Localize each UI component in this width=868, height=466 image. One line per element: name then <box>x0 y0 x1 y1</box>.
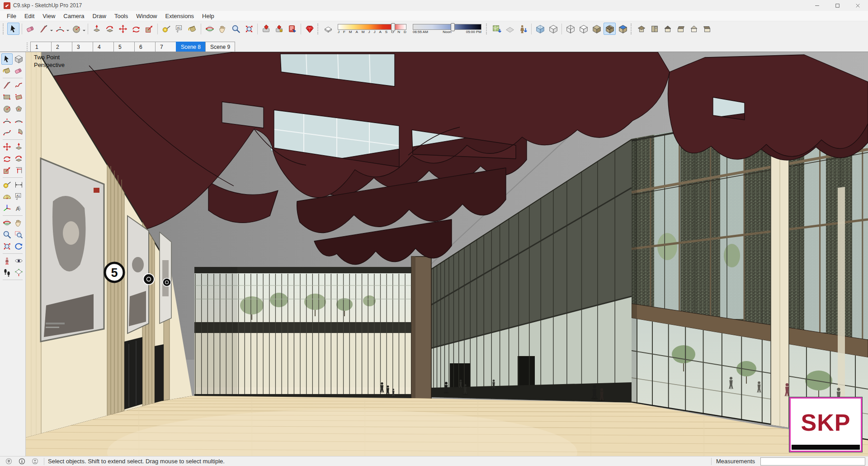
tool-rotated-rectangle-button[interactable] <box>13 91 24 103</box>
circle-button[interactable] <box>70 23 82 35</box>
scene-tab-4[interactable]: 4 <box>93 42 114 52</box>
status-info-button[interactable] <box>17 457 26 466</box>
select-button[interactable] <box>7 23 19 35</box>
text-button[interactable]: A1 <box>173 23 185 35</box>
tool-zoom-extents-button[interactable] <box>1 241 13 252</box>
tool-follow-me-button[interactable] <box>13 153 24 164</box>
toolbar-grip[interactable] <box>486 24 488 34</box>
dropdown-arrow-icon[interactable] <box>66 30 69 33</box>
tool-make-component-button[interactable] <box>13 53 24 65</box>
ruby-face-button[interactable] <box>273 23 285 35</box>
line-button[interactable] <box>38 23 50 35</box>
scale-button[interactable] <box>143 23 155 35</box>
scene-tab-scene-9[interactable]: Scene 9 <box>205 42 235 52</box>
scene-tab-5[interactable]: 5 <box>113 42 135 52</box>
follow-me-button[interactable] <box>104 23 116 35</box>
hidden-line-button[interactable] <box>577 23 590 35</box>
rotate-button[interactable] <box>130 23 142 35</box>
tool-paint-bucket-button[interactable] <box>1 65 13 76</box>
scene-tab-scene-8[interactable]: Scene 8 <box>176 42 206 52</box>
tool-dimension-button[interactable] <box>13 179 24 190</box>
view-front-button[interactable] <box>661 23 674 35</box>
tool-arc-button[interactable] <box>1 115 13 126</box>
tool-two-point-arc-button[interactable] <box>13 115 24 126</box>
dropdown-arrow-icon[interactable] <box>83 30 85 33</box>
orbit-button[interactable] <box>203 23 216 35</box>
tool-text-button[interactable]: A1 <box>13 191 24 202</box>
tool-select-button[interactable] <box>1 53 13 65</box>
scene-tab-3[interactable]: 3 <box>72 42 93 52</box>
tool-axes-button[interactable] <box>1 203 13 214</box>
view-right-button[interactable] <box>675 23 687 35</box>
tool-freehand-button[interactable] <box>13 80 24 91</box>
tool-3d-text-button[interactable]: AA <box>13 203 24 214</box>
status-geolocation-button[interactable] <box>4 457 13 466</box>
x-ray-button[interactable] <box>534 23 546 35</box>
tool-eraser-button[interactable] <box>13 65 24 76</box>
tool-tape-measure-button[interactable] <box>1 179 13 190</box>
paint-bucket-button[interactable] <box>186 23 198 35</box>
shaded-button[interactable] <box>590 23 603 35</box>
shaded-textures-button[interactable] <box>604 23 616 35</box>
tool-push-pull-button[interactable] <box>13 141 24 152</box>
tool-walk-button[interactable] <box>1 267 13 278</box>
measurements-input[interactable] <box>760 457 865 466</box>
tool-line-button[interactable] <box>1 80 13 91</box>
tool-orbit-button[interactable] <box>1 217 13 228</box>
view-left-button[interactable] <box>701 23 713 35</box>
menu-camera[interactable]: Camera <box>59 12 88 20</box>
tool-zoom-window-button[interactable] <box>13 229 24 240</box>
push-pull-button[interactable] <box>90 23 103 35</box>
tool-pie-button[interactable] <box>13 127 24 138</box>
view-back-button[interactable] <box>688 23 700 35</box>
tool-offset-button[interactable] <box>13 165 24 176</box>
menu-extensions[interactable]: Extensions <box>161 12 198 20</box>
toolbar-grip[interactable] <box>631 24 632 34</box>
tool-previous-view-button[interactable] <box>13 241 24 252</box>
menu-tools[interactable]: Tools <box>110 12 132 20</box>
shadow-settings-button[interactable] <box>322 23 334 35</box>
menu-draw[interactable]: Draw <box>89 12 110 20</box>
status-user-button[interactable] <box>30 457 39 466</box>
tape-measure-button[interactable] <box>160 23 172 35</box>
monochrome-button[interactable] <box>617 23 629 35</box>
scene-tab-1[interactable]: 1 <box>30 42 52 52</box>
shadow-date-slider[interactable]: JFMAMJJASOND <box>338 24 406 34</box>
tool-circle-button[interactable] <box>1 103 13 114</box>
add-location-button[interactable] <box>491 23 503 35</box>
dropdown-arrow-icon[interactable] <box>50 30 53 33</box>
pan-button[interactable] <box>217 23 229 35</box>
toolbar-grip[interactable] <box>317 24 319 34</box>
zoom-button[interactable] <box>230 23 242 35</box>
toggle-terrain-button[interactable] <box>504 23 516 35</box>
ruby-red-button[interactable] <box>260 23 272 35</box>
back-edges-button[interactable] <box>547 23 559 35</box>
tool-three-point-arc-button[interactable] <box>1 127 13 138</box>
tabs-grip[interactable] <box>27 43 28 51</box>
wireframe-button[interactable] <box>564 23 576 35</box>
tool-scale-button[interactable] <box>1 165 13 176</box>
scene-tab-7[interactable]: 7 <box>155 42 176 52</box>
photo-textures-button[interactable] <box>517 23 529 35</box>
tool-pan-button[interactable] <box>13 217 24 228</box>
scene-tab-2[interactable]: 2 <box>51 42 72 52</box>
move-button[interactable] <box>117 23 129 35</box>
shadow-time-slider[interactable]: 06:55 AMNoon05:00 PM <box>413 24 481 34</box>
tool-section-plane-button[interactable] <box>13 267 24 278</box>
tool-zoom-button[interactable] <box>1 229 13 240</box>
menu-help[interactable]: Help <box>198 12 218 20</box>
scene-tab-6[interactable]: 6 <box>134 42 156 52</box>
ruby-blue-button[interactable] <box>286 23 298 35</box>
menu-edit[interactable]: Edit <box>20 12 38 20</box>
arc-button[interactable] <box>54 23 66 35</box>
maximize-button[interactable] <box>827 0 848 11</box>
tool-polygon-button[interactable] <box>13 103 24 114</box>
menu-file[interactable]: File <box>3 12 20 20</box>
tool-protractor-button[interactable] <box>1 191 13 202</box>
zoom-extents-button[interactable] <box>243 23 255 35</box>
tool-rotate-button[interactable] <box>1 153 13 164</box>
view-top-button[interactable] <box>648 23 660 35</box>
minimize-button[interactable] <box>807 0 827 11</box>
tool-look-around-button[interactable] <box>13 255 24 266</box>
eraser-button[interactable] <box>24 23 37 35</box>
